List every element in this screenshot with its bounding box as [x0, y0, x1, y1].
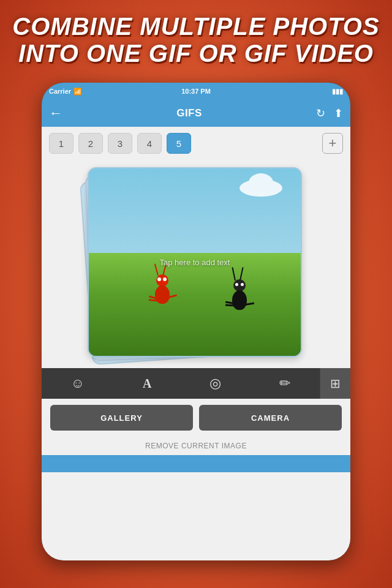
battery-icon: ▮▮▮ — [332, 88, 343, 96]
ant-red-leg2 — [149, 299, 161, 302]
share-icon[interactable]: ⬆ — [334, 107, 343, 120]
photo-grass — [89, 253, 301, 356]
camera-button[interactable]: CAMERA — [199, 405, 342, 431]
add-tab-button[interactable]: + — [322, 133, 343, 154]
tab-2[interactable]: 2 — [78, 133, 103, 154]
ant-black-leg2 — [225, 304, 236, 307]
tab-5[interactable]: 5 — [167, 133, 191, 154]
brush-tool-button[interactable]: ✏ — [273, 375, 296, 391]
cloud-decoration — [239, 179, 282, 197]
circle-tool-button[interactable]: ◎ — [203, 375, 227, 391]
screen-content: 1 2 3 4 5 + — [42, 127, 350, 560]
nav-bar: ← GIFS ↻ ⬆ — [42, 100, 350, 127]
ant-black-antenna1 — [232, 267, 236, 281]
status-bar: Carrier 📶 10:37 PM ▮▮▮ — [42, 83, 350, 100]
back-button[interactable]: ← — [49, 105, 62, 121]
bottom-buttons: GALLERY CAMERA — [42, 399, 350, 437]
iphone-frame: Carrier 📶 10:37 PM ▮▮▮ ← GIFS ↻ ⬆ 1 2 3 — [42, 83, 350, 560]
toolbar-main: ☺ A ◎ ✏ — [42, 368, 320, 399]
tab-1[interactable]: 1 — [49, 133, 74, 154]
gallery-button[interactable]: GALLERY — [50, 405, 193, 431]
ant-black-eye1 — [235, 283, 238, 286]
photo-card-main[interactable]: Tap here to add text — [88, 167, 302, 357]
ant-black-body — [232, 290, 247, 310]
remove-image-button[interactable]: REMOVE CURRENT IMAGE — [42, 437, 350, 455]
carrier-label: Carrier — [49, 88, 71, 95]
status-left: Carrier 📶 — [49, 88, 82, 96]
tab-4[interactable]: 4 — [137, 133, 162, 154]
emoji-tool-button[interactable]: ☺ — [65, 375, 91, 391]
ant-black-figure — [221, 255, 258, 322]
ant-red-figure — [144, 249, 181, 316]
status-right: ▮▮▮ — [332, 88, 343, 96]
bottom-strip — [42, 455, 350, 472]
ant-red-eye2 — [163, 277, 167, 281]
refresh-icon[interactable]: ↻ — [316, 107, 325, 120]
time-label: 10:37 PM — [181, 88, 211, 95]
ant-red-antenna1 — [154, 263, 159, 276]
tab-3[interactable]: 3 — [108, 133, 132, 154]
tab-row: 1 2 3 4 5 + — [42, 127, 350, 160]
ant-black-antenna2 — [239, 267, 244, 281]
nav-actions: ↻ ⬆ — [316, 107, 343, 120]
photo-stack-area: Tap here to add text — [42, 160, 350, 368]
layers-tool-button[interactable]: ⊞ — [320, 368, 350, 399]
layers-icon: ⊞ — [330, 376, 341, 391]
text-tool-button[interactable]: A — [137, 377, 157, 391]
headline-text: COMBINE MULTIPLE PHOTOS INTO ONE GIF OR … — [12, 13, 379, 67]
nav-title: GIFS — [176, 107, 202, 119]
ant-red-eye1 — [157, 277, 161, 281]
ant-black-eye2 — [241, 283, 244, 286]
headline-banner: COMBINE MULTIPLE PHOTOS INTO ONE GIF OR … — [0, 0, 392, 80]
toolbar: ☺ A ◎ ✏ ⊞ — [42, 368, 350, 399]
wifi-icon: 📶 — [74, 88, 82, 96]
